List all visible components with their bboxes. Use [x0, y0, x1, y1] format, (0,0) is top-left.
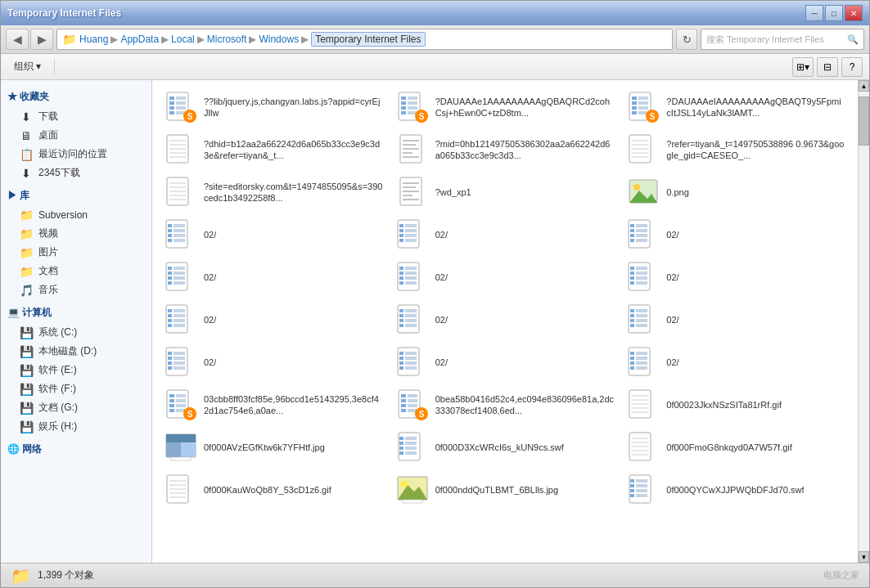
organize-button[interactable]: 组织 ▾ — [7, 57, 47, 77]
minimize-button[interactable]: ─ — [805, 5, 823, 21]
list-item[interactable]: 02/ — [621, 257, 851, 298]
breadcrumb-item-microsoft[interactable]: Microsoft — [207, 34, 247, 45]
list-item[interactable]: 02/ — [621, 299, 851, 340]
sidebar-item-video[interactable]: 📁 视频 — [1, 224, 151, 243]
sidebar-item-download[interactable]: ⬇ 下载 — [1, 107, 151, 126]
file-name: 02/ — [666, 229, 678, 240]
list-item[interactable]: S ??lib/jquery.js,changyan.labs.js?appid… — [159, 87, 389, 128]
view-button-list[interactable]: ⊟ — [817, 57, 838, 77]
list-item[interactable]: 0f000QYCwXJJPWQbDFJd70.swf — [621, 469, 851, 510]
search-icon[interactable]: 🔍 — [847, 34, 859, 45]
sidebar-group-library-header[interactable]: ▶ 库 — [1, 186, 151, 206]
breadcrumb-item-local[interactable]: Local — [171, 34, 195, 45]
search-bar[interactable]: 搜索 Temporary Internet Files 🔍 — [701, 29, 864, 50]
list-item[interactable]: 0f000D3XcWRcI6s_kUN9cs.swf — [390, 427, 620, 468]
sidebar-item-drive-c[interactable]: 💾 系统 (C:) — [1, 323, 151, 342]
svg-rect-2 — [169, 101, 174, 105]
list-item[interactable]: 0f000FmoG8nkqyd0A7W57f.gif — [621, 427, 851, 468]
sidebar-item-recent[interactable]: 📋 最近访问的位置 — [1, 145, 151, 164]
file-name: 02/ — [435, 229, 448, 240]
list-item[interactable]: 02/ — [390, 342, 620, 383]
sidebar-group-computer-header[interactable]: 💻 计算机 — [1, 303, 151, 323]
svg-rect-178 — [169, 409, 174, 412]
scrollbar[interactable]: ▲ ▼ — [858, 80, 869, 563]
image-folder-icon: 📁 — [19, 246, 34, 259]
svg-rect-77 — [399, 229, 403, 232]
sidebar-item-desktop[interactable]: 🖥 桌面 — [1, 126, 151, 145]
view-button-grid[interactable]: ⊞▾ — [792, 57, 814, 77]
list-item[interactable]: 02/ — [621, 214, 851, 255]
list-item[interactable]: S ?DAUAAAe1AAAAAAAAAgQBAQRCd2cohCsj+hEwn… — [390, 87, 620, 128]
list-item[interactable]: 02/ — [159, 257, 389, 298]
toolbar-right: ⊞▾ ⊟ ? — [792, 57, 863, 77]
back-button[interactable]: ◀ — [6, 29, 29, 50]
svg-rect-117 — [636, 272, 647, 275]
breadcrumb-active[interactable]: Temporary Internet Files — [311, 32, 425, 47]
svg-rect-88 — [630, 239, 634, 242]
sidebar-item-drive-h[interactable]: 💾 娱乐 (H:) — [1, 417, 151, 436]
svg-rect-213 — [405, 442, 417, 445]
svg-rect-78 — [399, 234, 403, 237]
sidebar-item-image[interactable]: 📁 图片 — [1, 243, 151, 262]
help-button[interactable]: ? — [841, 57, 863, 77]
sidebar-item-subversion[interactable]: 📁 Subversion — [1, 206, 151, 224]
list-item[interactable]: ?refer=tiyan&_t=149750538896 0.9673&goog… — [621, 129, 851, 170]
scroll-down-button[interactable]: ▼ — [859, 551, 869, 563]
breadcrumb-item-appdata[interactable]: AppData — [120, 34, 159, 45]
list-item[interactable]: 0.png — [621, 172, 851, 213]
file-name: 0f000AVzEGfKtw6k7YFHtf.jpg — [204, 442, 325, 453]
list-item[interactable]: 02/ — [390, 214, 620, 255]
list-item[interactable]: 0f000nddQuTLBMT_6BLlls.jpg — [390, 469, 620, 510]
breadcrumb-item-windows[interactable]: Windows — [259, 34, 299, 45]
sidebar-item-drive-d[interactable]: 💾 本地磁盘 (D:) — [1, 342, 151, 361]
list-item[interactable]: 02/ — [159, 299, 389, 340]
list-item[interactable]: 0f00023JkxNSzSITa81rRf.gif — [621, 384, 851, 425]
scroll-up-button[interactable]: ▲ — [859, 80, 869, 92]
list-item[interactable]: S ?DAUAAAeIAAAAAAAAAgQBAQT9y5FpmicItJSL1… — [621, 87, 851, 128]
file-name: 02/ — [204, 314, 216, 325]
file-icon — [396, 218, 429, 251]
list-item[interactable]: 02/ — [159, 214, 389, 255]
svg-rect-206 — [171, 457, 191, 460]
list-item[interactable]: ?site=editorsky.com&t=14974855095&s=390c… — [159, 172, 389, 213]
svg-rect-149 — [168, 357, 172, 360]
svg-rect-154 — [174, 361, 185, 365]
svg-rect-17 — [408, 101, 417, 105]
svg-rect-142 — [630, 324, 634, 327]
list-item[interactable]: S 03cbb8ff03fcf85e,96bccd1e5143295,3e8cf… — [159, 384, 389, 425]
sidebar-item-doc[interactable]: 📁 文档 — [1, 262, 151, 281]
svg-rect-80 — [405, 224, 417, 227]
svg-rect-177 — [169, 404, 174, 407]
list-item[interactable]: 02/ — [159, 342, 389, 383]
maximize-button[interactable]: □ — [825, 5, 843, 21]
sidebar-group-library: ▶ 库 📁 Subversion 📁 视频 📁 图片 📁 文档 — [1, 186, 151, 299]
list-item[interactable]: 0f000AVzEGfKtw6k7YFHtf.jpg — [159, 427, 389, 468]
list-item[interactable]: 02/ — [621, 342, 851, 383]
list-item[interactable]: ?wd_xp1 — [390, 172, 620, 213]
sidebar-item-drive-g[interactable]: 💾 文档 (G:) — [1, 398, 151, 417]
svg-rect-161 — [405, 352, 417, 355]
sidebar-item-label: 软件 (E:) — [38, 363, 77, 377]
svg-rect-189 — [401, 409, 406, 412]
close-button[interactable]: ✕ — [845, 5, 863, 21]
sidebar-group-network-header[interactable]: 🌐 网络 — [1, 439, 151, 460]
sidebar-group-favorites-header[interactable]: ★ 收藏夹 — [1, 87, 151, 107]
sidebar-item-2345[interactable]: ⬇ 2345下载 — [1, 164, 151, 182]
refresh-button[interactable]: ↻ — [676, 29, 697, 50]
sidebar-item-music[interactable]: 🎵 音乐 — [1, 281, 151, 299]
status-folder-icon: 📁 — [11, 566, 31, 586]
list-item[interactable]: 02/ — [390, 299, 620, 340]
list-item[interactable]: 0f000KauWoQb8Y_53cD1z6.gif — [159, 469, 389, 510]
list-item[interactable]: ?mid=0hb121497505386302aa2a662242d6a065b… — [390, 129, 620, 170]
scroll-thumb[interactable] — [859, 97, 869, 146]
list-item[interactable]: ?dhid=b12aa2a662242d6a065b33cc3e9c3d3e&r… — [159, 129, 389, 170]
sidebar-item-drive-e[interactable]: 💾 软件 (E:) — [1, 361, 151, 379]
forward-button[interactable]: ▶ — [30, 29, 53, 50]
svg-rect-94 — [168, 267, 172, 270]
list-item[interactable]: S 0bea58b0416d52c4,ec094e836096e81a,2dc3… — [390, 384, 620, 425]
svg-rect-91 — [636, 234, 647, 237]
breadcrumb-item-huang[interactable]: Huang — [79, 34, 108, 45]
sidebar-item-drive-f[interactable]: 💾 软件 (F:) — [1, 379, 151, 398]
svg-rect-1 — [169, 97, 174, 100]
list-item[interactable]: 02/ — [390, 257, 620, 298]
